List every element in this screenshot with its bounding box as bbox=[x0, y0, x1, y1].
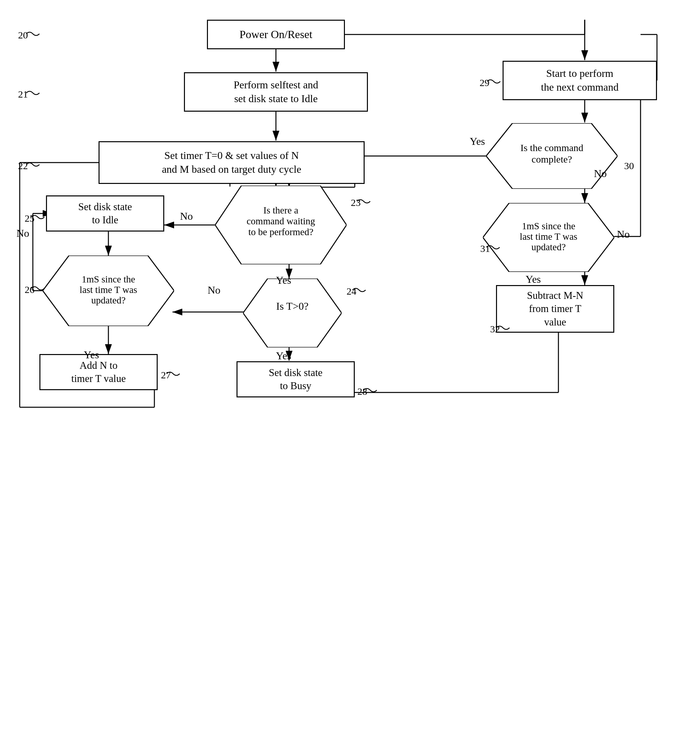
edge-label-yes-24: Yes bbox=[276, 350, 291, 362]
node-is-t-gt0: Is T>0? bbox=[243, 279, 342, 347]
squiggle-29 bbox=[485, 76, 502, 87]
edge-label-yes-30: Yes bbox=[470, 135, 485, 147]
squiggle-32 bbox=[495, 323, 511, 333]
edge-label-no-26-left: No bbox=[16, 227, 29, 239]
edge-label-no-31-right: No bbox=[617, 228, 630, 240]
svg-text:1mS since the: 1mS since the bbox=[82, 274, 135, 284]
svg-marker-50 bbox=[243, 279, 342, 347]
svg-text:updated?: updated? bbox=[91, 295, 126, 306]
squiggle-20 bbox=[25, 29, 41, 39]
node-selftest: Perform selftest andset disk state to Id… bbox=[184, 72, 368, 112]
edge-label-no-23: No bbox=[180, 210, 193, 222]
squiggle-25 bbox=[29, 212, 46, 222]
edge-label-no-30: No bbox=[594, 167, 607, 180]
squiggle-28 bbox=[362, 385, 378, 395]
node-set-timer: Set timer T=0 & set values of Nand M bas… bbox=[99, 141, 365, 184]
node-cmd-waiting: Is there a command waiting to be perform… bbox=[215, 185, 347, 264]
edge-label-yes-26: Yes bbox=[84, 349, 99, 361]
edge-label-yes-31: Yes bbox=[526, 273, 541, 285]
svg-text:updated?: updated? bbox=[531, 242, 566, 252]
svg-text:Is T>0?: Is T>0? bbox=[276, 300, 309, 312]
svg-text:Is the command: Is the command bbox=[520, 142, 583, 153]
squiggle-26 bbox=[29, 284, 46, 293]
node-set-busy: Set disk stateto Busy bbox=[237, 361, 355, 397]
edge-label-no-24: No bbox=[207, 284, 221, 296]
svg-text:to be performed?: to be performed? bbox=[249, 226, 313, 237]
svg-text:last time T was: last time T was bbox=[520, 231, 577, 242]
node-set-idle: Set disk stateto Idle bbox=[46, 195, 164, 232]
svg-text:last time T was: last time T was bbox=[79, 284, 137, 295]
svg-text:Is there a: Is there a bbox=[263, 205, 298, 216]
svg-text:command waiting: command waiting bbox=[247, 216, 315, 226]
svg-text:1mS since the: 1mS since the bbox=[522, 221, 575, 231]
squiggle-22 bbox=[25, 160, 41, 169]
node-start-next: Start to performthe next command bbox=[503, 61, 657, 100]
squiggle-27 bbox=[165, 369, 181, 379]
squiggle-23 bbox=[356, 196, 372, 206]
squiggle-24 bbox=[351, 285, 367, 295]
node-1ms-31: 1mS since the last time T was updated? bbox=[483, 203, 614, 272]
flowchart-diagram: Power On/Reset 20 Perform selftest andse… bbox=[0, 0, 700, 736]
svg-text:complete?: complete? bbox=[531, 154, 572, 165]
edge-label-yes-23: Yes bbox=[276, 274, 291, 286]
node-subtract: Subtract M-Nfrom timer Tvalue bbox=[496, 285, 614, 333]
squiggle-21 bbox=[25, 88, 41, 98]
squiggle-31 bbox=[485, 242, 501, 252]
label-30: 30 bbox=[624, 160, 634, 172]
node-power-on: Power On/Reset bbox=[207, 20, 345, 49]
node-1ms-26: 1mS since the last time T was updated? bbox=[43, 256, 174, 326]
